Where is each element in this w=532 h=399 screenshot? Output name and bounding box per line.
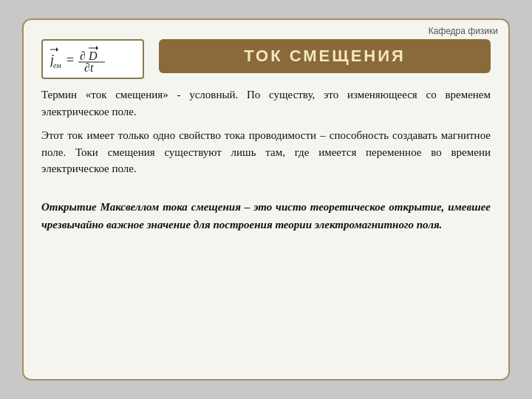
formula-svg: j ем = ∂ D ∂t bbox=[50, 45, 135, 73]
svg-text:ем: ем bbox=[53, 61, 61, 69]
svg-marker-3 bbox=[56, 47, 58, 52]
svg-text:∂: ∂ bbox=[80, 50, 86, 62]
italic-paragraph: Открытие Максвеллом тока смещения – это … bbox=[41, 198, 491, 233]
slide-container: Кафедра физики j ем = ∂ D bbox=[22, 18, 510, 381]
department-label: Кафедра физики bbox=[429, 26, 498, 36]
formula-box: j ем = ∂ D ∂t bbox=[41, 39, 144, 79]
title-text: ТОК СМЕЩЕНИЯ bbox=[244, 47, 406, 66]
title-banner: ТОК СМЕЩЕНИЯ bbox=[159, 39, 491, 73]
svg-text:D: D bbox=[88, 50, 98, 62]
svg-text:=: = bbox=[66, 52, 74, 67]
svg-text:∂t: ∂t bbox=[84, 61, 94, 73]
content-section: Термин «ток смещения» - условный. По сущ… bbox=[41, 86, 491, 364]
header-row: j ем = ∂ D ∂t ТОК СМЕЩЕНИЯ bbox=[41, 39, 491, 79]
paragraph-2: Этот ток имеет только одно свойство тока… bbox=[41, 127, 491, 177]
paragraph-1: Термин «ток смещения» - условный. По сущ… bbox=[41, 86, 491, 120]
